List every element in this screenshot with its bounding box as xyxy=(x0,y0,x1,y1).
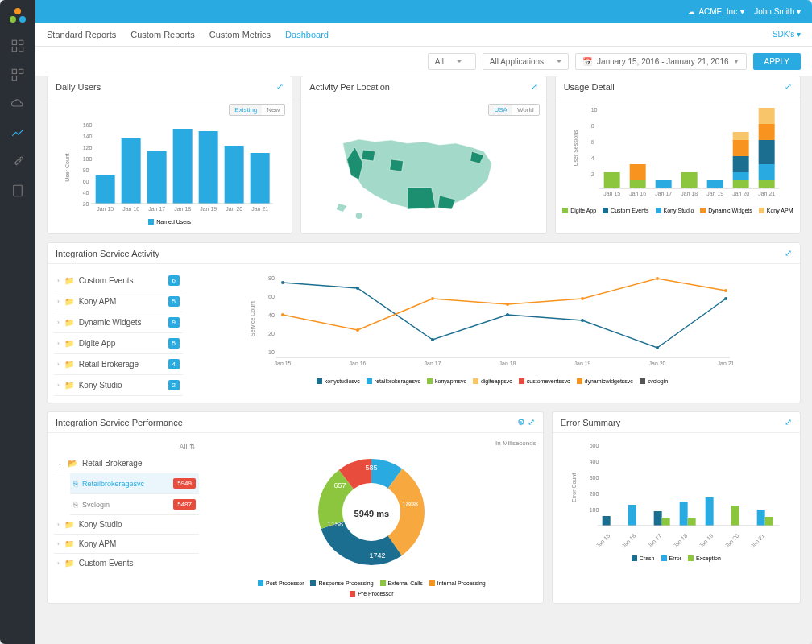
date-range[interactable]: 📅 January 15, 2016 - January 21, 2016▼ xyxy=(575,53,746,70)
svg-text:100: 100 xyxy=(589,507,599,513)
card-title: Activity Per Location xyxy=(309,82,390,92)
svg-point-78 xyxy=(356,328,359,332)
svg-point-83 xyxy=(724,289,727,292)
svg-rect-112 xyxy=(679,502,687,526)
svg-rect-41 xyxy=(629,164,645,180)
svg-rect-21 xyxy=(173,129,193,204)
tree-item-digite-app[interactable]: ›📁Digite App5 xyxy=(54,333,183,354)
page-icon[interactable] xyxy=(10,184,25,198)
tree-item-kony-studio[interactable]: ›📁Kony Studio xyxy=(54,515,199,535)
svg-text:80: 80 xyxy=(268,275,275,281)
svg-text:Jan 19: Jan 19 xyxy=(698,533,714,549)
expand-icon[interactable]: ⤢ xyxy=(531,81,538,92)
svg-point-82 xyxy=(656,277,659,280)
sdk-link[interactable]: SDK's ▾ xyxy=(773,30,801,39)
svg-rect-117 xyxy=(764,517,773,526)
svg-text:Jan 16: Jan 16 xyxy=(620,533,636,549)
svg-point-73 xyxy=(506,313,509,316)
tab-custom-metrics[interactable]: Custom Metrics xyxy=(209,30,271,39)
apply-button[interactable]: APPLY xyxy=(753,53,802,70)
svg-rect-55 xyxy=(758,180,774,188)
svg-text:Jan 21: Jan 21 xyxy=(758,191,775,196)
tree-item-retail-brokerage[interactable]: ⌄📂Retail Brokerage xyxy=(54,454,199,473)
svg-rect-54 xyxy=(758,164,774,180)
isa-tree: ›📁Custom Events6 ›📁Kony APM5 ›📁Dynamic W… xyxy=(54,270,183,396)
settings-icon[interactable]: ⚙ xyxy=(517,417,525,427)
filter-apps[interactable]: All Applications xyxy=(483,53,569,70)
tab-dashboard[interactable]: Dashboard xyxy=(285,30,329,39)
grid-icon[interactable] xyxy=(10,39,25,53)
existing-new-toggle[interactable]: ExistingNew xyxy=(229,104,285,116)
apps-icon[interactable] xyxy=(10,68,25,82)
card-daily-users: Daily Users⤢ ExistingNew User Count 1601… xyxy=(47,76,292,234)
expand-icon[interactable]: ⤢ xyxy=(785,248,792,258)
filter-all[interactable]: All xyxy=(428,53,476,70)
svg-rect-18 xyxy=(96,175,115,204)
svg-rect-48 xyxy=(732,156,748,172)
analytics-icon[interactable] xyxy=(10,126,25,140)
svg-text:1808: 1808 xyxy=(402,500,418,508)
expand-icon[interactable]: ⤢ xyxy=(276,81,284,92)
tree-item-kony-apm[interactable]: ›📁Kony APM xyxy=(54,535,199,554)
svg-rect-42 xyxy=(629,180,645,188)
svg-point-75 xyxy=(656,346,659,349)
usa-world-toggle[interactable]: USAWorld xyxy=(488,104,539,116)
tab-standard-reports[interactable]: Standard Reports xyxy=(47,30,116,39)
expand-icon[interactable]: ⤢ xyxy=(785,417,792,427)
tree-item-kony-studio[interactable]: ›📁Kony Studio2 xyxy=(54,375,183,396)
tree-item-retailbrokeragesvc[interactable]: ⎘Retailbrokeragesvc5949 xyxy=(70,473,199,494)
topbar: ☁ ACME, Inc ▾ John Smith ▾ xyxy=(35,0,812,23)
svg-text:300: 300 xyxy=(589,475,599,481)
svg-text:20: 20 xyxy=(83,201,89,207)
svg-rect-47 xyxy=(732,140,748,156)
svg-text:Jan 19: Jan 19 xyxy=(200,206,217,212)
svg-rect-111 xyxy=(661,518,669,526)
unit-label: In Miliseconds xyxy=(495,440,536,447)
tree-item-custom-events[interactable]: ›📁Custom Events xyxy=(54,554,199,572)
expand-icon[interactable]: ⤢ xyxy=(528,417,535,427)
svg-text:Jan 15: Jan 15 xyxy=(594,533,611,549)
svg-text:585: 585 xyxy=(366,464,378,472)
svg-rect-43 xyxy=(655,180,671,188)
svg-text:400: 400 xyxy=(589,459,599,464)
user-menu[interactable]: John Smith ▾ xyxy=(754,7,801,16)
svg-rect-116 xyxy=(756,510,764,526)
svg-text:60: 60 xyxy=(268,294,275,299)
svg-rect-52 xyxy=(758,124,774,140)
svg-rect-44 xyxy=(681,172,697,188)
tools-icon[interactable] xyxy=(10,155,25,169)
svg-text:Jan 17: Jan 17 xyxy=(646,533,662,549)
svg-text:Jan 20: Jan 20 xyxy=(723,533,740,549)
all-filter[interactable]: All ⇅ xyxy=(179,443,196,451)
svg-text:Jan 17: Jan 17 xyxy=(424,361,441,366)
svg-point-76 xyxy=(724,297,727,300)
svg-rect-4 xyxy=(12,69,16,73)
svg-text:Service Count: Service Count xyxy=(250,301,255,336)
svg-text:100: 100 xyxy=(83,156,93,162)
svg-point-70 xyxy=(281,281,284,284)
tree-item-svclogin[interactable]: ⎘Svclogin5487 xyxy=(70,494,199,515)
org-switcher[interactable]: ☁ ACME, Inc ▾ xyxy=(687,7,744,16)
tree-item-kony-apm[interactable]: ›📁Kony APM5 xyxy=(54,291,183,312)
svg-rect-6 xyxy=(12,76,16,80)
svg-rect-22 xyxy=(199,131,218,204)
expand-icon[interactable]: ⤢ xyxy=(785,81,792,92)
svg-rect-20 xyxy=(147,151,167,204)
svg-text:Jan 20: Jan 20 xyxy=(732,191,749,196)
cloud-icon[interactable] xyxy=(10,97,25,111)
tab-custom-reports[interactable]: Custom Reports xyxy=(130,30,194,39)
calendar-icon: 📅 xyxy=(582,57,592,66)
svg-text:200: 200 xyxy=(589,491,599,497)
svg-text:Jan 17: Jan 17 xyxy=(148,206,165,212)
tree-item-custom-events[interactable]: ›📁Custom Events6 xyxy=(54,270,183,291)
tree-item-retail-brokerage[interactable]: ›📁Retail Brokerage4 xyxy=(54,354,183,375)
svg-text:Jan 16: Jan 16 xyxy=(349,361,366,366)
tree-item-dynamic-widgets[interactable]: ›📁Dynamic Widgets9 xyxy=(54,312,183,333)
svg-text:Jan 16: Jan 16 xyxy=(122,206,139,212)
svg-rect-8 xyxy=(14,185,23,196)
svg-rect-49 xyxy=(732,172,748,180)
donut-chart: 585 1808 1742 1158 657 5949 ms xyxy=(311,452,432,576)
svg-point-71 xyxy=(356,287,359,290)
svg-text:User Count: User Count xyxy=(64,153,70,181)
error-summary-chart: Error Count 500400300200100 xyxy=(559,440,793,552)
